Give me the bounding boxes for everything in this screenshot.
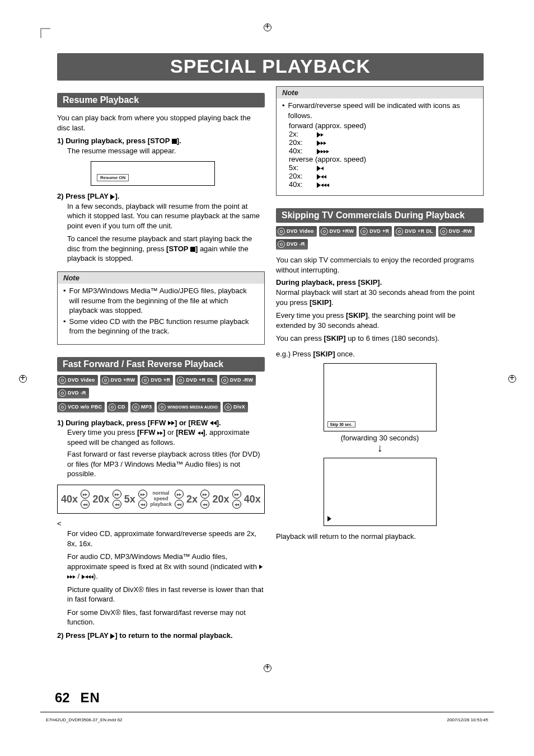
badge-label: WINDOWS MEDIA AUDIO: [167, 405, 218, 409]
arrow-icon: [317, 163, 324, 172]
corner-crop-mark: [40, 28, 50, 38]
fwd-label: forward (approx. speed): [282, 121, 477, 130]
skip-30sec-badge: Skip 30 sec.: [327, 421, 355, 428]
text: playback: [150, 501, 172, 507]
speed-5x-rev-row: 5x:: [282, 163, 477, 172]
ffw-body3: For video CD, approximate forward/revers…: [57, 529, 265, 548]
arrow-down-icon: ↓: [276, 442, 484, 453]
skip-screen-before: Skip 30 sec.: [324, 363, 437, 431]
badge-label: DVD Video: [68, 378, 95, 383]
badge-label: DVD +R DL: [186, 378, 214, 383]
badge-label: DVD -RW: [230, 378, 253, 383]
disc-badge-cd: CD: [107, 402, 128, 412]
skip-disc-badges: DVD Video DVD +RW DVD +R DVD +R DL DVD -…: [276, 226, 484, 250]
skip-example: e.g.) Press [SKIP] once.: [276, 349, 484, 359]
text: [SKIP]: [324, 334, 346, 342]
skip-step-label: During playback, press [SKIP].: [276, 278, 484, 287]
disc-badge-dvd-prw: DVD +RW: [319, 226, 357, 237]
badge-label: DVD +RW: [330, 229, 354, 234]
disc-icon: [360, 228, 368, 235]
ffw-step1-label: 1) During playback, press [FFW ] or [REW…: [57, 419, 221, 427]
disc-icon: [158, 403, 166, 411]
text: 1) During playback, press [STOP: [57, 137, 172, 145]
note-item: Some video CD with the PBC function resu…: [63, 317, 259, 336]
note-line: Forward/reverse speed will be indicated …: [282, 101, 477, 120]
rew-icon: ◂◂: [200, 500, 209, 509]
disc-badge-divx: DivX: [223, 402, 248, 412]
disc-badge-dvd-mrw: DVD -RW: [438, 226, 475, 237]
note-body: Forward/reverse speed will be indicated …: [277, 98, 483, 191]
disc-icon: [321, 228, 328, 235]
ffw-body6: For some DivX® files, fast forward/fast …: [57, 608, 265, 627]
page-footer: 62 EN: [55, 690, 100, 706]
right-column: Note Forward/reverse speed will be indic…: [276, 86, 484, 642]
disc-icon: [177, 377, 184, 384]
speed-center: normal speed playback: [150, 491, 172, 508]
rev-label: reverse (approx. speed): [282, 155, 477, 163]
speed-20x-fwd-row: 20x:: [282, 138, 477, 147]
skip-result: Playback will return to the normal playb…: [276, 532, 484, 542]
disc-badge-dvd-mrw: DVD -RW: [219, 375, 256, 386]
disc-icon: [59, 403, 66, 411]
resume-note-box: Note For MP3/Windows Media™ Audio/JPEG f…: [57, 271, 265, 345]
ffw-icon: ▸▸: [200, 490, 209, 499]
resume-screen-preview: Resume ON: [91, 161, 215, 186]
resume-step2-body1: In a few seconds, playback will resume f…: [57, 201, 265, 231]
ffw-step2-label: 2) Press [PLAY ] to return to the normal…: [57, 631, 233, 640]
resume-step2-label: 2) Press [PLAY ].: [57, 192, 119, 200]
play-icon: [327, 514, 331, 522]
skip-intro: You can skip TV commercials to enjoy the…: [276, 255, 484, 275]
disc-icon: [224, 403, 232, 411]
left-column: Resume Playback You can play back from w…: [57, 86, 265, 642]
text: [FFW: [137, 428, 157, 436]
ffw-step1: 1) During playback, press [FFW ] or [REW…: [57, 418, 265, 479]
speed-20x-rev-row: 20x:: [282, 172, 477, 180]
footer-file: E7H42UD_DVDR3506-37_EN.indd 62: [46, 717, 123, 722]
speed-20x-fwd: 20x: [212, 494, 229, 505]
ffw-icon: [73, 575, 76, 579]
ffw-body2: Fast forward or fast reverse playback ac…: [57, 449, 265, 479]
badge-label: DVD +R: [369, 229, 389, 234]
text: speed: [153, 496, 168, 501]
text: 2) Press [PLAY: [57, 192, 110, 200]
disc-badges-row-2: VCD w/o PBC CD MP3 WINDOWS MEDIA AUDIO D…: [57, 402, 265, 412]
disc-icon: [278, 241, 285, 248]
disc-icon: [221, 377, 228, 384]
resume-on-badge: Resume ON: [97, 174, 129, 181]
text: 1) During playback, press [FFW: [57, 419, 168, 427]
registration-mark-bottom: [260, 661, 274, 674]
registration-mark-top: [260, 20, 274, 34]
ffw-icon: ▸▸: [113, 490, 121, 499]
text: [STOP: [166, 245, 190, 253]
speed-40x-rev-row: 40x:: [282, 180, 477, 189]
page-number: 62: [55, 690, 70, 705]
speed-40x-rev: 40x: [61, 494, 78, 505]
ffw-body1: Every time you press [FFW ] or [REW ]], …: [57, 428, 265, 447]
resume-step1: 1) During playback, press [STOP ]. The r…: [57, 136, 265, 156]
text: once.: [335, 350, 354, 358]
disc-badge-wma: WINDOWS MEDIA AUDIO: [157, 402, 221, 412]
disc-badge-dvd-mr: DVD -R: [57, 388, 89, 398]
arrow-icon: [317, 130, 324, 138]
text: ] or [REW: [175, 419, 210, 427]
content-columns: Resume Playback You can play back from w…: [57, 86, 484, 642]
disc-badge-mp3: MP3: [130, 402, 154, 412]
disc-icon: [109, 403, 116, 411]
rew-icon: ◂◂: [232, 500, 241, 509]
disc-badges-row-1: DVD Video DVD +RW DVD +R DVD +R DL DVD -…: [57, 375, 265, 398]
section-skip-heading: Skipping TV Commercials During Playback: [276, 208, 484, 223]
ffw-icon: ▸▸: [81, 490, 90, 499]
text: For MP3/Windows Media™ Audio/JPEG files,…: [69, 286, 259, 316]
disc-icon: [142, 377, 149, 384]
speed-diagram: 40x ▸▸◂◂ 20x ▸▸◂◂ 5x ▸▸◂◂ normal speed p…: [57, 485, 265, 514]
skip-body3: You can press [SKIP] up to 6 times (180 …: [276, 334, 484, 344]
disc-badge-vcd: VCD w/o PBC: [57, 402, 105, 412]
text: Some video CD with the PBC function resu…: [69, 317, 259, 336]
section-resume-heading: Resume Playback: [57, 93, 265, 107]
disc-badge-dvd-pr: DVD +R: [359, 226, 392, 237]
rew-icon: ◂◂: [81, 500, 90, 509]
disc-icon: [440, 228, 447, 235]
text: up to 6 times (180 seconds).: [346, 334, 440, 342]
micro-footer: E7H42UD_DVDR3506-37_EN.indd 62 2007/12/2…: [46, 717, 488, 722]
disc-icon: [59, 377, 66, 384]
